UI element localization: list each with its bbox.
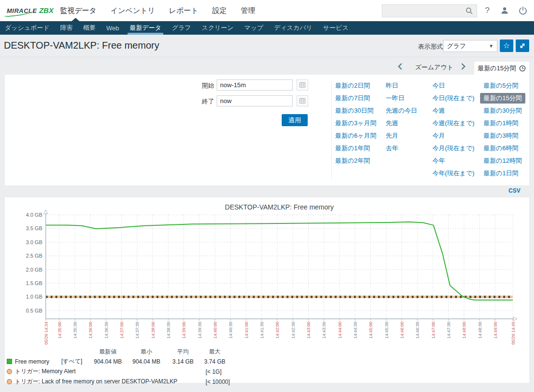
main-nav-item[interactable]: 監視データ (60, 5, 97, 17)
quick-range-item: 最新の1時間 (480, 118, 525, 131)
to-calendar-button[interactable] (297, 95, 308, 106)
search-icon[interactable] (466, 7, 473, 14)
quick-range-link[interactable]: 先週の今日 (382, 105, 420, 116)
quick-range-link[interactable]: 最新の3時間 (480, 131, 522, 141)
quick-range-link[interactable]: 去年 (382, 143, 402, 154)
quick-range-link[interactable]: 最新の30日間 (332, 105, 377, 116)
from-calendar-button[interactable] (297, 79, 308, 91)
quick-range-link[interactable]: 最新の3ヶ月間 (332, 118, 380, 129)
time-forward-button[interactable] (461, 63, 466, 72)
subnav-item[interactable]: ディスカバリ (273, 21, 313, 35)
quick-range-link[interactable]: 最新の30分間 (480, 105, 525, 116)
page: MIRACLE ZBX 監視データインベントリレポート設定管理 ? (0, 0, 534, 392)
trigger-label: トリガー: Memory Alert (15, 367, 203, 376)
trigger-line (46, 296, 513, 298)
subnav-item[interactable]: サービス (322, 21, 350, 35)
quick-range-item: 先週 (382, 118, 420, 131)
subnav-item[interactable]: マップ (243, 21, 264, 35)
quick-range-link[interactable]: 最新の5分間 (480, 80, 522, 91)
subnav-item[interactable]: ダッシュボード (4, 21, 51, 35)
quick-range-link[interactable]: 最新の2日間 (332, 80, 374, 91)
quick-range-item: 今年 (429, 156, 478, 168)
quick-range-link[interactable]: 最新の15分間 (480, 93, 525, 104)
quick-range-link[interactable]: 先月 (382, 131, 402, 141)
quick-range-link[interactable]: 今年 (429, 156, 448, 166)
quick-range-link[interactable]: 最新の6時間 (480, 143, 522, 154)
subnav-item[interactable]: 障害 (59, 21, 74, 35)
quick-range-item: 先月 (382, 131, 420, 143)
quick-range-link[interactable]: 昨日 (382, 80, 402, 91)
quick-range-item: 最新の1日間 (480, 168, 525, 181)
quick-range-column-1: 最新の2日間最新の7日間最新の30日間最新の3ヶ月間最新の6ヶ月間最新の1年間最… (332, 80, 380, 168)
signout-icon[interactable] (518, 6, 528, 15)
quick-range-link[interactable]: 今月 (429, 131, 448, 141)
svg-text:1.0 GB: 1.0 GB (26, 294, 42, 300)
zoom-out-button[interactable]: ズームアウト (415, 63, 454, 72)
expand-arrows-icon (519, 42, 526, 49)
clock-icon (519, 65, 526, 72)
quick-range-link[interactable]: 最新の6ヶ月間 (332, 131, 380, 141)
series-color-swatch (7, 359, 12, 364)
display-format-value: グラフ (447, 42, 466, 51)
quick-range-link[interactable]: 先週 (382, 118, 402, 129)
svg-text:14:49:00: 14:49:00 (493, 322, 498, 339)
trigger-row: トリガー: Memory Alert[< 1G] (5, 367, 529, 376)
graph-legend: 最新値最小平均最大 Free memory [すべて] 904.04 MB 90… (5, 348, 529, 386)
svg-text:2.5 GB: 2.5 GB (26, 253, 42, 259)
from-input[interactable] (217, 79, 293, 91)
trigger-severity-icon (7, 369, 12, 374)
miracle-zbx-logo[interactable]: MIRACLE ZBX (7, 6, 53, 15)
subnav-item[interactable]: 最新データ (129, 21, 162, 35)
subnav-item[interactable]: 概要 (82, 21, 97, 35)
main-nav-item[interactable]: レポート (169, 5, 199, 17)
chevron-down-icon: ▼ (489, 43, 494, 49)
quick-range-link[interactable]: 最新の7日間 (332, 93, 374, 104)
main-nav-item[interactable]: インベントリ (110, 5, 156, 17)
quick-range-link[interactable]: 最新の1年間 (332, 143, 374, 154)
search-box[interactable] (382, 4, 477, 17)
svg-text:0.5 GB: 0.5 GB (26, 308, 42, 314)
svg-text:14:43:30: 14:43:30 (322, 322, 326, 339)
quick-range-item: 最新の2年間 (332, 156, 380, 168)
subnav-item[interactable]: グラフ (171, 21, 192, 35)
quick-range-link[interactable]: 今週(現在まで) (429, 118, 478, 129)
help-icon[interactable]: ? (482, 6, 493, 15)
quick-range-link[interactable]: 最新の2年間 (332, 156, 374, 166)
quick-range-link[interactable]: 最新の12時間 (480, 156, 525, 166)
subnav-item[interactable]: スクリーン (201, 21, 234, 35)
quick-range-item: 一昨日 (382, 93, 420, 105)
trigger-legend: トリガー: Memory Alert[< 1G]トリガー: Lack of fr… (5, 367, 529, 386)
stat-max-value: 3.74 GB (200, 358, 229, 365)
main-nav-item[interactable]: 管理 (240, 5, 256, 17)
quick-range-link[interactable]: 今日 (429, 80, 448, 91)
main-nav-item[interactable]: 設定 (212, 5, 227, 17)
subnav-item[interactable]: Web (105, 21, 120, 35)
trigger-condition: [< 1G] (206, 368, 221, 375)
csv-export-link[interactable]: CSV (508, 187, 521, 194)
quick-range-link[interactable]: 最新の1時間 (480, 118, 522, 129)
time-range-tab[interactable]: 最新の15分間 (474, 62, 529, 75)
time-back-button[interactable] (398, 63, 403, 72)
calendar-icon (299, 98, 306, 104)
quick-range-link[interactable]: 一昨日 (382, 93, 408, 104)
quick-range-item: 今週 (429, 105, 478, 118)
quick-range-link[interactable]: 今日(現在まで) (429, 93, 478, 104)
quick-range-link[interactable]: 今年(現在まで) (429, 168, 478, 179)
svg-text:14:36:30: 14:36:30 (104, 322, 109, 339)
display-format-select[interactable]: グラフ ▼ (443, 40, 497, 52)
user-icon[interactable] (499, 6, 510, 15)
fullscreen-button[interactable] (516, 39, 529, 52)
free-memory-graph: DESKTOP-VAM2LKP: Free memory4.0 GB3.5 GB… (5, 197, 529, 348)
quick-range-link[interactable]: 今週 (429, 105, 448, 116)
stat-last-value: 904.04 MB (89, 358, 127, 365)
to-input[interactable] (217, 95, 293, 106)
quick-range-link[interactable]: 最新の1日間 (480, 168, 522, 179)
quick-range-item: 最新の7日間 (332, 93, 380, 105)
quick-range-link[interactable]: 今月(現在まで) (429, 143, 478, 154)
favorite-button[interactable]: ☆ (500, 39, 513, 52)
svg-text:14:39:30: 14:39:30 (197, 322, 202, 339)
apply-button[interactable]: 適用 (282, 114, 308, 126)
search-input[interactable] (386, 7, 466, 14)
titlebar: DESKTOP-VAM2LKP: Free memory 表示形式 グラフ ▼ … (0, 35, 534, 57)
legend-series-name-cell: Free memory (5, 358, 55, 365)
